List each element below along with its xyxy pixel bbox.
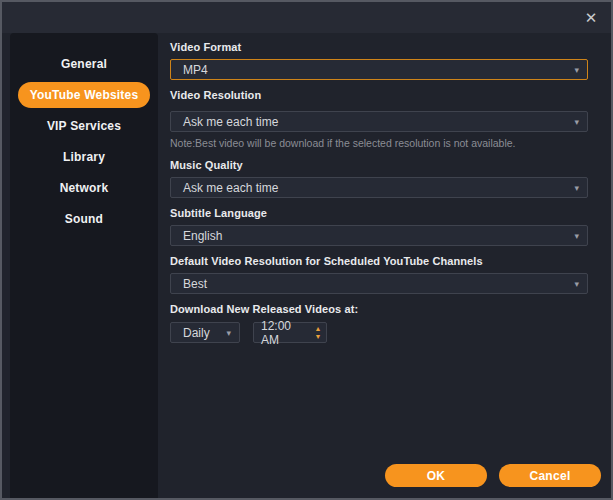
spinner-up-icon[interactable]: ▲ [315, 325, 322, 333]
settings-dialog: ✕ General YouTube Websites VIP Services … [0, 0, 613, 500]
chevron-down-icon: ▾ [574, 183, 579, 192]
music-quality-label: Music Quality [170, 159, 588, 171]
video-resolution-field: Video Resolution Ask me each time ▾ Note… [170, 89, 588, 149]
subtitle-language-label: Subtitle Language [170, 207, 588, 219]
schedule-time-input[interactable]: 12:00 AM ▲ ▼ [253, 322, 327, 343]
chevron-down-icon: ▾ [226, 328, 231, 337]
video-format-select[interactable]: MP4 ▾ [170, 59, 588, 80]
cancel-button[interactable]: Cancel [499, 464, 601, 487]
download-schedule-field: Download New Released Videos at: Daily ▾… [170, 303, 588, 343]
dialog-footer: OK Cancel [385, 464, 601, 487]
sidebar-item-library[interactable]: Library [24, 144, 144, 170]
subtitle-language-value: English [183, 229, 222, 243]
sidebar-item-youtube-websites[interactable]: YouTube Websites [18, 82, 150, 108]
default-resolution-field: Default Video Resolution for Scheduled Y… [170, 255, 588, 294]
sidebar-item-network[interactable]: Network [24, 175, 144, 201]
chevron-down-icon: ▾ [574, 117, 579, 126]
video-resolution-value: Ask me each time [183, 115, 278, 129]
titlebar: ✕ [2, 2, 611, 33]
chevron-down-icon: ▾ [574, 231, 579, 240]
video-format-label: Video Format [170, 41, 588, 53]
default-resolution-value: Best [183, 277, 207, 291]
subtitle-language-select[interactable]: English ▾ [170, 225, 588, 246]
default-resolution-label: Default Video Resolution for Scheduled Y… [170, 255, 588, 267]
spinner-down-icon[interactable]: ▼ [315, 333, 322, 341]
schedule-time-value: 12:00 AM [261, 319, 310, 347]
chevron-down-icon: ▾ [574, 279, 579, 288]
subtitle-language-field: Subtitle Language English ▾ [170, 207, 588, 246]
schedule-frequency-select[interactable]: Daily ▾ [170, 322, 240, 343]
close-icon[interactable]: ✕ [580, 7, 602, 29]
music-quality-value: Ask me each time [183, 181, 278, 195]
music-quality-select[interactable]: Ask me each time ▾ [170, 177, 588, 198]
video-format-field: Video Format MP4 ▾ [170, 41, 588, 80]
sidebar-item-sound[interactable]: Sound [24, 206, 144, 232]
settings-sidebar: General YouTube Websites VIP Services Li… [10, 33, 158, 498]
video-resolution-select[interactable]: Ask me each time ▾ [170, 111, 588, 132]
video-format-value: MP4 [183, 63, 208, 77]
download-schedule-label: Download New Released Videos at: [170, 303, 588, 315]
resolution-note: Note:Best video will be download if the … [170, 137, 588, 149]
default-resolution-select[interactable]: Best ▾ [170, 273, 588, 294]
video-resolution-label: Video Resolution [170, 89, 588, 101]
schedule-frequency-value: Daily [183, 326, 210, 340]
sidebar-item-vip-services[interactable]: VIP Services [24, 113, 144, 139]
ok-button[interactable]: OK [385, 464, 487, 487]
time-spinner: ▲ ▼ [312, 323, 324, 342]
chevron-down-icon: ▾ [574, 65, 579, 74]
music-quality-field: Music Quality Ask me each time ▾ [170, 159, 588, 198]
sidebar-item-general[interactable]: General [24, 51, 144, 77]
settings-panel: Video Format MP4 ▾ Video Resolution Ask … [158, 33, 609, 498]
